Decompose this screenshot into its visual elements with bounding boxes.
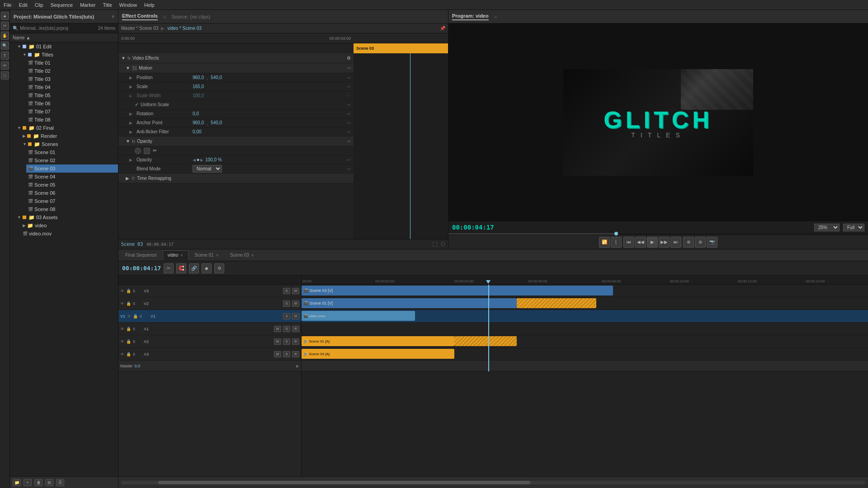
file-title07[interactable]: 🎬 Title 07 bbox=[26, 108, 118, 116]
file-scene05[interactable]: 🎬 Scene 05 bbox=[26, 181, 118, 189]
clip-scene01-a[interactable]: 🔊 Scene 01 [A] bbox=[302, 336, 454, 346]
file-title02[interactable]: 🎬 Title 02 bbox=[26, 67, 118, 75]
folder-02-final[interactable]: ▼ 📁 02 Final bbox=[15, 124, 118, 132]
tab-source[interactable]: Source: (no clips) bbox=[171, 14, 210, 19]
file-scene06[interactable]: 🎬 Scene 06 bbox=[26, 189, 118, 197]
project-menu-icon[interactable]: ≡ bbox=[112, 14, 114, 19]
prop-expand-anchor[interactable]: ▶ bbox=[129, 121, 135, 125]
v3-sync-btn[interactable]: S bbox=[283, 288, 290, 294]
menu-help[interactable]: Help bbox=[144, 2, 155, 8]
v3-mute-btn[interactable]: M bbox=[292, 288, 299, 294]
scale-width-value[interactable]: 100,0 bbox=[193, 93, 204, 98]
folder-01-edit[interactable]: ▼ 📁 01 Edit bbox=[15, 42, 118, 51]
tool-hand[interactable]: ✋ bbox=[1, 32, 9, 40]
pm-insert-btn[interactable]: ⊕ bbox=[683, 237, 694, 248]
a3-eye-icon[interactable]: 👁 bbox=[120, 352, 124, 357]
pm-export-btn[interactable]: 📷 bbox=[707, 237, 717, 248]
clip-scene03-v[interactable]: 🎬 Scene 03 [V] bbox=[302, 286, 613, 296]
a1-s-btn[interactable]: S bbox=[283, 326, 290, 332]
menu-sequence[interactable]: Sequence bbox=[51, 2, 73, 8]
scale-reset[interactable]: ↩ bbox=[347, 84, 351, 89]
pm-loop-btn[interactable]: 🔁 bbox=[599, 237, 610, 248]
pm-go-start-btn[interactable]: ⏮ bbox=[623, 237, 634, 248]
kf-next[interactable]: ▶ bbox=[200, 158, 203, 162]
pm-mark-in-btn[interactable]: ⌊ bbox=[611, 237, 622, 248]
tl-scroll-bar[interactable] bbox=[121, 481, 865, 484]
folder-scenes[interactable]: ▼ 📁 Scenes bbox=[21, 140, 118, 148]
scalewidth-reset[interactable]: ↩ bbox=[347, 94, 351, 98]
opacity-value[interactable]: 100,0 % bbox=[205, 157, 222, 162]
menu-edit[interactable]: Edit bbox=[19, 2, 28, 8]
tab-video[interactable]: video ✕ bbox=[163, 250, 189, 260]
file-title05[interactable]: 🎬 Title 05 bbox=[26, 91, 118, 99]
a3-rec-btn[interactable]: R bbox=[292, 351, 299, 357]
folder-titles[interactable]: ▼ 📁 Titles bbox=[21, 51, 118, 59]
file-video-mov[interactable]: 🎬 video.mov bbox=[21, 230, 118, 238]
menu-window[interactable]: Window bbox=[119, 2, 137, 8]
v1-lock-icon[interactable]: 🔒 bbox=[133, 314, 138, 319]
pm-progress-bar[interactable] bbox=[448, 233, 868, 235]
clear-btn[interactable]: 🗑 bbox=[34, 479, 42, 486]
scale-value[interactable]: 165,0 bbox=[193, 84, 204, 89]
file-title03[interactable]: 🎬 Title 03 bbox=[26, 75, 118, 83]
icon-view-btn[interactable]: ⊞ bbox=[45, 479, 53, 486]
kf-add[interactable]: ◆ bbox=[197, 158, 199, 162]
prop-expand-scalewidth[interactable]: ▶ bbox=[129, 94, 135, 98]
motion-reset-icon[interactable]: ↩ bbox=[347, 66, 351, 70]
rotation-reset[interactable]: ↩ bbox=[347, 112, 351, 116]
pm-zoom-select[interactable]: 25% 50% 100% bbox=[814, 224, 840, 231]
blend-mode-select[interactable]: Normal Multiply Screen Overlay bbox=[193, 165, 222, 173]
clip-videomov[interactable]: 🎬 video.mov bbox=[302, 311, 415, 321]
prop-expand-antiflicker[interactable]: ▶ bbox=[129, 130, 135, 134]
position-x[interactable]: 960,0 bbox=[193, 75, 204, 80]
file-title08[interactable]: 🎬 Title 08 bbox=[26, 116, 118, 124]
clip-scene01-a-stripe[interactable] bbox=[454, 336, 517, 346]
opacity-icon-rect[interactable] bbox=[144, 148, 150, 154]
a1-lock-icon[interactable]: 🔒 bbox=[126, 327, 131, 331]
tab-scene03[interactable]: Scene 03 ✕ bbox=[225, 250, 259, 260]
a3-m-btn[interactable]: M bbox=[274, 351, 281, 357]
a1-eye-icon[interactable]: 👁 bbox=[120, 327, 124, 331]
v1-mute-btn[interactable]: M bbox=[292, 313, 299, 319]
anchor-y[interactable]: 540,0 bbox=[211, 120, 222, 125]
folder-video[interactable]: ▶ 📁 video bbox=[21, 221, 118, 230]
prop-expand-scale[interactable]: ▶ bbox=[129, 84, 135, 89]
ec-fullscreen-icon[interactable]: ⛶ bbox=[432, 242, 437, 247]
tl-snap-btn[interactable]: 🧲 bbox=[176, 263, 186, 273]
opacity-icon-pen[interactable]: ✏ bbox=[153, 148, 159, 154]
ec-settings-icon[interactable]: ⚙ bbox=[347, 56, 351, 61]
new-item-btn[interactable]: + bbox=[24, 479, 32, 486]
v2-lock-icon[interactable]: 🔒 bbox=[126, 301, 131, 306]
tab-effect-controls[interactable]: Effect Controls bbox=[122, 13, 158, 20]
v3-lock-icon[interactable]: 🔒 bbox=[126, 289, 131, 293]
menu-file[interactable]: File bbox=[4, 2, 12, 8]
kf-prev[interactable]: ◀ bbox=[193, 158, 196, 162]
menu-clip[interactable]: Clip bbox=[35, 2, 43, 8]
tool-razor[interactable]: ✂ bbox=[1, 22, 9, 30]
a1-rec-btn[interactable]: R bbox=[292, 326, 299, 332]
tab-program-monitor[interactable]: Program: video bbox=[452, 13, 489, 20]
blend-reset[interactable]: ↩ bbox=[347, 167, 351, 171]
tab-scene03-close[interactable]: ✕ bbox=[251, 253, 255, 258]
clip-scene01-v-stripe[interactable] bbox=[517, 298, 596, 308]
ec-popout-icon[interactable]: ⬡ bbox=[441, 241, 445, 247]
tl-razor-tool[interactable]: ✂ bbox=[164, 263, 174, 273]
menu-marker[interactable]: Marker bbox=[80, 2, 95, 8]
toggle-video-effects[interactable]: ▼ bbox=[121, 56, 126, 61]
prop-expand-position[interactable]: ▶ bbox=[129, 75, 135, 80]
v3-eye-icon[interactable]: 👁 bbox=[120, 289, 124, 293]
v1-sync-btn[interactable]: S bbox=[283, 313, 290, 319]
position-reset[interactable]: ↩ bbox=[347, 75, 351, 80]
file-scene01[interactable]: 🎬 Scene 01 bbox=[26, 148, 118, 156]
opacity-reset-icon[interactable]: ↩ bbox=[347, 139, 351, 144]
tl-link-btn[interactable]: 🔗 bbox=[189, 263, 199, 273]
v2-mute-btn[interactable]: M bbox=[292, 300, 299, 307]
v1-eye-icon[interactable]: 👁 bbox=[127, 314, 131, 319]
a2-s-btn[interactable]: S bbox=[283, 338, 290, 345]
prop-expand-opacity[interactable]: ▶ bbox=[129, 158, 135, 162]
rotation-value[interactable]: 0,0 bbox=[193, 111, 199, 116]
anti-flicker-value[interactable]: 0,00 bbox=[193, 129, 201, 134]
a2-lock-icon[interactable]: 🔒 bbox=[126, 339, 131, 344]
a3-s-btn[interactable]: S bbox=[283, 351, 290, 357]
new-bin-btn[interactable]: 📁 bbox=[13, 479, 21, 486]
